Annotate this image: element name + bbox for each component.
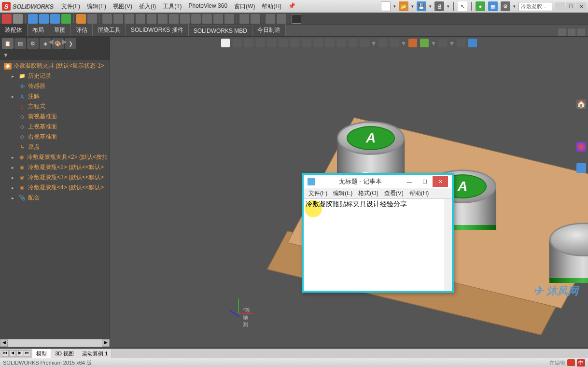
menu-edit[interactable]: 编辑(E) <box>84 1 109 12</box>
dropdown-icon[interactable]: ▾ <box>513 4 516 9</box>
tree-origin[interactable]: ↳原点 <box>0 142 110 152</box>
bottom-tab-3dview[interactable]: 3D 视图 <box>51 349 78 358</box>
rebuild-icon[interactable]: ● <box>476 1 485 11</box>
np-menu-help[interactable]: 帮助(H) <box>406 188 432 198</box>
tree-annotations[interactable]: ▸A注解 <box>0 91 110 101</box>
tab-evaluate[interactable]: 评估 <box>71 24 93 36</box>
tree-part3[interactable]: ▸◉冷敷凝胶瓶<3> (默认<<默认> <box>0 172 110 183</box>
notepad-minimize[interactable]: — <box>402 176 417 187</box>
bottom-tab-motion[interactable]: 运动算例 1 <box>78 349 112 358</box>
vp-zoom-icon[interactable] <box>233 39 241 47</box>
rt-lib-icon[interactable] <box>576 110 586 120</box>
tree-filter[interactable]: ▼ <box>0 50 110 60</box>
panel-tab-property[interactable]: ▤ <box>14 38 26 49</box>
tb-icon-21[interactable] <box>239 14 249 24</box>
tb-icon-1[interactable] <box>2 14 12 24</box>
menu-view[interactable]: 视图(V) <box>110 1 135 12</box>
rt-custom-icon[interactable] <box>576 153 586 162</box>
tb-icon-12[interactable] <box>136 14 145 24</box>
tb-icon-7[interactable] <box>76 14 86 24</box>
tree-root[interactable]: ◉冷敷凝胶瓶夹具 (默认<显示状态-1> <box>0 61 110 71</box>
vp-view3-icon[interactable] <box>302 39 311 47</box>
dropdown-icon[interactable]: ▾ <box>447 4 449 9</box>
vp-display2-icon[interactable] <box>349 39 357 47</box>
rt-appear-icon[interactable] <box>576 142 586 152</box>
tb-icon-6[interactable] <box>61 14 71 24</box>
vp-pan-icon[interactable] <box>256 39 265 47</box>
tab-today[interactable]: 今日制造 <box>252 24 286 36</box>
menu-tools[interactable]: 工具(T) <box>160 1 184 12</box>
rt-list-icon[interactable] <box>576 163 586 173</box>
tab-assembly[interactable]: 装配体 <box>0 24 28 36</box>
dropdown-icon[interactable]: ▾ <box>411 4 414 9</box>
tb-icon-25[interactable] <box>292 14 301 24</box>
tb-icon-5[interactable] <box>50 14 60 24</box>
tree-part1[interactable]: ▸◉冷敷凝胶瓶夹具<2> (默认<按扣 <box>0 152 110 162</box>
vp-section-icon[interactable] <box>325 39 334 47</box>
open-icon[interactable]: 📂 <box>399 1 408 11</box>
menu-file[interactable]: 文件(F) <box>58 1 83 12</box>
tree-mates[interactable]: ▸📎配合 <box>0 193 110 203</box>
tb-icon-10[interactable] <box>113 14 123 24</box>
np-menu-file[interactable]: 文件(F) <box>306 188 330 198</box>
tb-icon-3[interactable] <box>28 14 38 24</box>
tb-icon-18[interactable] <box>202 14 212 24</box>
vp-cube-icon[interactable] <box>468 39 477 47</box>
vp-line-icon[interactable] <box>244 39 253 47</box>
vp-appear1-icon[interactable] <box>408 39 417 47</box>
vp-scene-icon[interactable] <box>390 39 399 47</box>
tab-sw-plugin[interactable]: SOLIDWORKS 插件 <box>126 24 189 36</box>
tree-part2[interactable]: ▸◉冷敷凝胶瓶<2> (默认<<默认> <box>0 162 110 172</box>
tb-icon-19[interactable] <box>213 14 223 24</box>
settings-icon[interactable]: ⚙ <box>501 1 510 11</box>
tab-next[interactable]: ▶ <box>16 350 23 357</box>
tab-sw-mbd[interactable]: SOLIDWORKS MBD <box>189 26 252 36</box>
tb-icon-17[interactable] <box>191 14 201 24</box>
tb-icon-11[interactable] <box>125 14 134 24</box>
vp-grid-icon[interactable] <box>438 39 447 47</box>
np-menu-format[interactable]: 格式(O) <box>355 188 381 198</box>
bottom-tab-model[interactable]: 模型 <box>32 349 51 358</box>
doc-max-icon[interactable] <box>568 28 575 36</box>
notepad-close[interactable]: ✕ <box>433 176 448 187</box>
vp-select-icon[interactable] <box>221 39 230 47</box>
vp-view1-icon[interactable] <box>279 39 288 47</box>
vp-appear2-icon[interactable] <box>420 39 429 47</box>
rt-folder-icon[interactable] <box>576 121 586 130</box>
tree-history[interactable]: ▸📁历史记录 <box>0 71 110 81</box>
tb-icon-2[interactable] <box>13 14 23 24</box>
tab-sketch[interactable]: 草图 <box>49 24 71 36</box>
panel-tab-tree[interactable]: 📋 <box>2 38 14 49</box>
tree-part4[interactable]: ▸◉冷敷凝胶瓶<4> (默认<<默认> <box>0 183 110 193</box>
tab-first[interactable]: ⏮ <box>2 350 9 357</box>
menu-help[interactable]: 帮助(H) <box>259 1 284 12</box>
vp-ruler-icon[interactable] <box>457 39 465 47</box>
tb-icon-9[interactable] <box>102 14 112 24</box>
tree-right-plane[interactable]: ◇右视基准面 <box>0 132 110 142</box>
tab-prev[interactable]: ◀ <box>9 350 16 357</box>
tree-top-plane[interactable]: ◇上视基准面 <box>0 122 110 132</box>
panel-tab-config[interactable]: ⚙ <box>27 38 39 49</box>
vp-view2-icon[interactable] <box>291 39 299 47</box>
np-menu-edit[interactable]: 编辑(E) <box>330 188 355 198</box>
options-icon[interactable]: ▦ <box>488 1 498 11</box>
tab-layout[interactable]: 布局 <box>28 24 49 36</box>
search-input[interactable]: 冷敷凝胶... <box>518 2 552 11</box>
vp-display1-icon[interactable] <box>337 39 346 47</box>
vp-display3-icon[interactable] <box>360 39 369 47</box>
menu-window[interactable]: 窗口(W) <box>231 1 258 12</box>
notepad-titlebar[interactable]: 无标题 - 记事本 — ☐ ✕ <box>304 175 452 188</box>
tb-icon-4[interactable] <box>39 14 49 24</box>
tree-equations[interactable]: Σ方程式 <box>0 101 110 112</box>
menu-insert[interactable]: 插入(I) <box>136 1 159 12</box>
tb-icon-8[interactable] <box>87 14 97 24</box>
tb-icon-24[interactable] <box>277 14 286 24</box>
close-button[interactable]: ✕ <box>576 2 586 10</box>
doc-close-icon[interactable] <box>577 28 585 36</box>
tree-sensors[interactable]: 👁传感器 <box>0 81 110 91</box>
tb-icon-16[interactable] <box>180 14 190 24</box>
tab-render[interactable]: 渲染工具 <box>93 24 126 36</box>
rt-home-icon[interactable]: 🏠 <box>576 99 586 109</box>
vp-rotate-icon[interactable] <box>267 39 276 47</box>
doc-min-icon[interactable] <box>558 28 566 36</box>
